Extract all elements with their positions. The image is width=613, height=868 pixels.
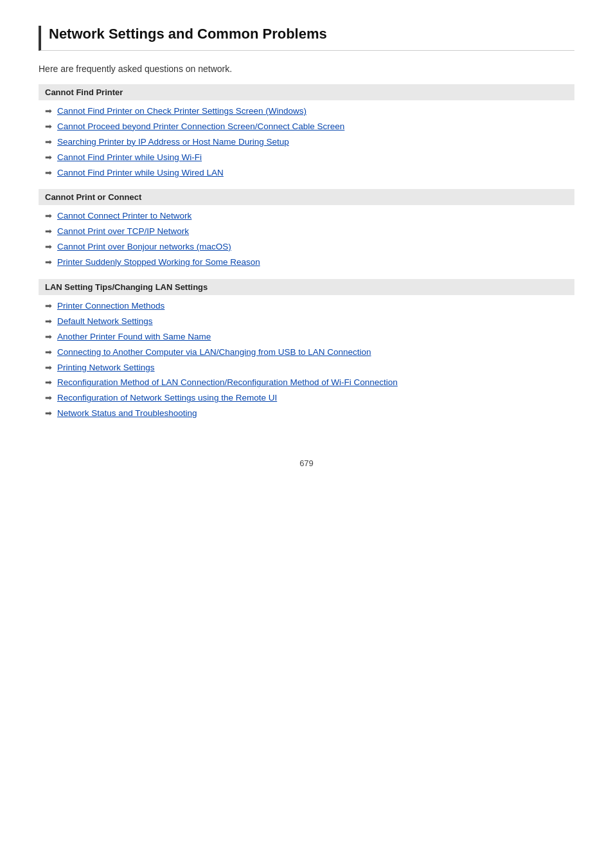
page-number: 679 <box>299 458 314 468</box>
arrow-icon: ➡ <box>45 316 52 327</box>
arrow-icon: ➡ <box>45 408 52 419</box>
section-header-lan-settings: LAN Setting Tips/Changing LAN Settings <box>39 279 574 295</box>
section-header-cannot-print-or-connect: Cannot Print or Connect <box>39 189 574 205</box>
link-list-cannot-find-printer: ➡Cannot Find Printer on Check Printer Se… <box>39 105 574 179</box>
arrow-icon: ➡ <box>45 167 52 179</box>
list-item: ➡Searching Printer by IP Address or Host… <box>39 136 574 149</box>
arrow-icon: ➡ <box>45 210 52 222</box>
list-item: ➡Network Status and Troubleshooting <box>39 408 574 420</box>
link[interactable]: Cannot Find Printer while Using Wired LA… <box>57 167 224 179</box>
link[interactable]: Searching Printer by IP Address or Host … <box>57 136 289 149</box>
section-header-cannot-find-printer: Cannot Find Printer <box>39 84 574 100</box>
list-item: ➡Cannot Find Printer while Using Wired L… <box>39 167 574 179</box>
arrow-icon: ➡ <box>45 377 52 388</box>
link[interactable]: Cannot Find Printer on Check Printer Set… <box>57 105 306 118</box>
arrow-icon: ➡ <box>45 121 52 132</box>
list-item: ➡Reconfiguration Method of LAN Connectio… <box>39 377 574 389</box>
list-item: ➡Reconfiguration of Network Settings usi… <box>39 392 574 404</box>
link[interactable]: Cannot Proceed beyond Printer Connection… <box>57 121 344 133</box>
arrow-icon: ➡ <box>45 152 52 163</box>
link[interactable]: Connecting to Another Computer via LAN/C… <box>57 347 371 359</box>
list-item: ➡Cannot Print over TCP/IP Network <box>39 226 574 238</box>
link-list-lan-settings: ➡Printer Connection Methods➡Default Netw… <box>39 300 574 420</box>
arrow-icon: ➡ <box>45 300 52 312</box>
link[interactable]: Cannot Print over TCP/IP Network <box>57 226 189 238</box>
link[interactable]: Printing Network Settings <box>57 362 155 374</box>
arrow-icon: ➡ <box>45 241 52 253</box>
arrow-icon: ➡ <box>45 362 52 374</box>
arrow-icon: ➡ <box>45 105 52 117</box>
page-title: Network Settings and Common Problems <box>49 26 574 42</box>
intro-text: Here are frequently asked questions on n… <box>39 64 574 74</box>
list-item: ➡Printer Suddenly Stopped Working for So… <box>39 257 574 269</box>
list-item: ➡Printer Connection Methods <box>39 300 574 312</box>
arrow-icon: ➡ <box>45 347 52 358</box>
link[interactable]: Default Network Settings <box>57 316 153 328</box>
link[interactable]: Reconfiguration of Network Settings usin… <box>57 392 277 404</box>
list-item: ➡Cannot Find Printer on Check Printer Se… <box>39 105 574 118</box>
list-item: ➡Cannot Connect Printer to Network <box>39 210 574 222</box>
list-item: ➡Connecting to Another Computer via LAN/… <box>39 347 574 359</box>
arrow-icon: ➡ <box>45 136 52 148</box>
section-lan-settings: LAN Setting Tips/Changing LAN Settings➡P… <box>39 279 574 420</box>
list-item: ➡Cannot Proceed beyond Printer Connectio… <box>39 121 574 133</box>
link[interactable]: Cannot Find Printer while Using Wi-Fi <box>57 152 202 164</box>
list-item: ➡Cannot Find Printer while Using Wi-Fi <box>39 152 574 164</box>
arrow-icon: ➡ <box>45 331 52 343</box>
link[interactable]: Cannot Connect Printer to Network <box>57 210 191 222</box>
page-footer: 679 <box>39 458 574 468</box>
arrow-icon: ➡ <box>45 392 52 404</box>
section-cannot-find-printer: Cannot Find Printer➡Cannot Find Printer … <box>39 84 574 179</box>
link[interactable]: Printer Suddenly Stopped Working for Som… <box>57 257 260 269</box>
link[interactable]: Reconfiguration Method of LAN Connection… <box>57 377 398 389</box>
list-item: ➡Cannot Print over Bonjour networks (mac… <box>39 241 574 253</box>
list-item: ➡Another Printer Found with Same Name <box>39 331 574 343</box>
page-header: Network Settings and Common Problems <box>39 26 574 51</box>
link[interactable]: Cannot Print over Bonjour networks (macO… <box>57 241 231 253</box>
link-list-cannot-print-or-connect: ➡Cannot Connect Printer to Network➡Canno… <box>39 210 574 269</box>
sections-container: Cannot Find Printer➡Cannot Find Printer … <box>39 84 574 420</box>
link[interactable]: Another Printer Found with Same Name <box>57 331 211 343</box>
arrow-icon: ➡ <box>45 226 52 237</box>
list-item: ➡Default Network Settings <box>39 316 574 328</box>
link[interactable]: Printer Connection Methods <box>57 300 164 312</box>
arrow-icon: ➡ <box>45 257 52 268</box>
section-cannot-print-or-connect: Cannot Print or Connect➡Cannot Connect P… <box>39 189 574 269</box>
link[interactable]: Network Status and Troubleshooting <box>57 408 197 420</box>
list-item: ➡Printing Network Settings <box>39 362 574 374</box>
